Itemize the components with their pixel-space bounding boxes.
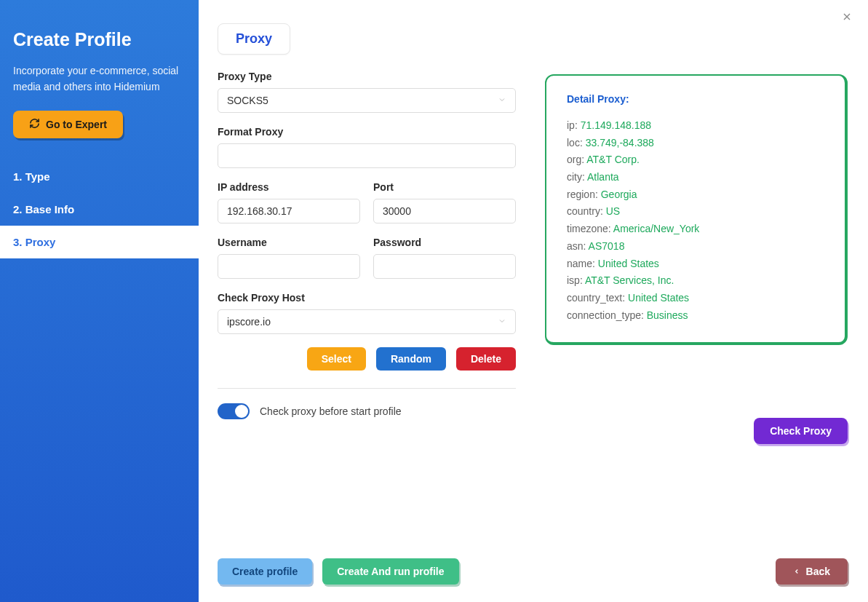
nav-item-proxy[interactable]: 3. Proxy <box>0 226 199 258</box>
proxy-tab[interactable]: Proxy <box>218 23 290 55</box>
random-button[interactable]: Random <box>376 347 446 371</box>
sidebar: Create Profile Incorporate your e-commer… <box>0 0 199 602</box>
detail-value: Atlanta <box>587 171 619 183</box>
form-column: Proxy Proxy Type SOCKS5 Format Proxy IP … <box>218 23 516 589</box>
detail-row: ip: 71.149.148.188 <box>567 118 824 134</box>
detail-key: country_text: <box>567 292 628 304</box>
detail-value: AT&T Corp. <box>586 154 640 165</box>
back-label: Back <box>806 566 830 577</box>
sidebar-description: Incorporate your e-commerce, social medi… <box>13 63 186 95</box>
detail-key: timezone: <box>567 223 613 234</box>
create-and-run-button[interactable]: Create And run profile <box>322 558 458 585</box>
username-input[interactable] <box>218 254 360 279</box>
detail-key: asn: <box>567 240 589 252</box>
main-content: Proxy Proxy Type SOCKS5 Format Proxy IP … <box>199 0 868 602</box>
detail-row: connection_type: Business <box>567 308 824 324</box>
detail-row: name: United States <box>567 256 824 272</box>
detail-key: loc: <box>567 137 586 148</box>
detail-row: org: AT&T Corp. <box>567 152 824 168</box>
password-label: Password <box>373 237 516 248</box>
detail-key: name: <box>567 258 598 269</box>
detail-key: connection_type: <box>567 309 647 321</box>
detail-value: 71.149.148.188 <box>581 119 651 131</box>
detail-key: ip: <box>567 119 581 131</box>
format-proxy-input[interactable] <box>218 143 516 168</box>
format-proxy-label: Format Proxy <box>218 126 516 138</box>
detail-value: United States <box>598 258 659 269</box>
back-button[interactable]: Back <box>776 558 848 585</box>
proxy-type-value: SOCKS5 <box>227 95 268 106</box>
check-host-select[interactable]: ipscore.io <box>218 309 516 334</box>
detail-value: America/New_York <box>613 223 700 234</box>
check-host-label: Check Proxy Host <box>218 292 516 304</box>
proxy-type-label: Proxy Type <box>218 71 516 82</box>
detail-value: Georgia <box>601 189 637 200</box>
ip-input[interactable] <box>218 199 360 223</box>
ip-label: IP address <box>218 181 360 193</box>
detail-row: loc: 33.749,-84.388 <box>567 135 824 151</box>
sidebar-title: Create Profile <box>13 29 186 50</box>
chevron-down-icon <box>498 316 506 328</box>
proxy-type-select[interactable]: SOCKS5 <box>218 88 516 113</box>
refresh-icon <box>29 118 40 131</box>
port-input[interactable] <box>373 199 516 223</box>
detail-key: city: <box>567 171 587 183</box>
select-button[interactable]: Select <box>307 347 366 371</box>
password-input[interactable] <box>373 254 516 279</box>
check-proxy-button[interactable]: Check Proxy <box>754 418 848 444</box>
detail-key: region: <box>567 189 601 200</box>
detail-value: United States <box>628 292 689 304</box>
close-icon <box>841 11 853 25</box>
detail-row: region: Georgia <box>567 187 824 203</box>
detail-value: 33.749,-84.388 <box>586 137 654 148</box>
username-label: Username <box>218 237 360 248</box>
chevron-left-icon <box>793 566 800 577</box>
detail-key: org: <box>567 154 586 165</box>
port-label: Port <box>373 181 516 193</box>
go-to-expert-button[interactable]: Go to Expert <box>13 111 123 138</box>
chevron-down-icon <box>498 95 506 106</box>
detail-key: country: <box>567 205 606 217</box>
create-profile-button[interactable]: Create profile <box>218 558 312 585</box>
delete-button[interactable]: Delete <box>456 347 516 371</box>
detail-key: isp: <box>567 274 585 286</box>
detail-value: AT&T Services, Inc. <box>585 274 674 286</box>
check-proxy-toggle-label: Check proxy before start profile <box>260 405 402 417</box>
detail-value: US <box>606 205 620 217</box>
detail-column: Detail Proxy: ip: 71.149.148.188loc: 33.… <box>545 74 848 589</box>
nav-item-base-info[interactable]: 2. Base Info <box>0 193 199 226</box>
detail-row: country_text: United States <box>567 290 824 306</box>
detail-rows: ip: 71.149.148.188loc: 33.749,-84.388org… <box>567 118 824 323</box>
detail-value: Business <box>647 309 688 321</box>
nav-item-type[interactable]: 1. Type <box>0 160 199 193</box>
detail-row: city: Atlanta <box>567 170 824 186</box>
footer: Create profile Create And run profile Ba… <box>218 558 848 585</box>
detail-row: timezone: America/New_York <box>567 221 824 237</box>
detail-row: isp: AT&T Services, Inc. <box>567 273 824 289</box>
divider <box>218 388 516 389</box>
check-proxy-toggle[interactable] <box>218 403 250 419</box>
detail-value: AS7018 <box>589 240 625 252</box>
detail-row: asn: AS7018 <box>567 239 824 255</box>
go-to-expert-label: Go to Expert <box>46 119 107 130</box>
detail-proxy-title: Detail Proxy: <box>567 93 824 105</box>
toggle-knob <box>235 405 248 418</box>
detail-row: country: US <box>567 204 824 220</box>
close-button[interactable] <box>839 10 855 26</box>
check-host-value: ipscore.io <box>227 316 271 328</box>
detail-proxy-card: Detail Proxy: ip: 71.149.148.188loc: 33.… <box>545 74 848 345</box>
